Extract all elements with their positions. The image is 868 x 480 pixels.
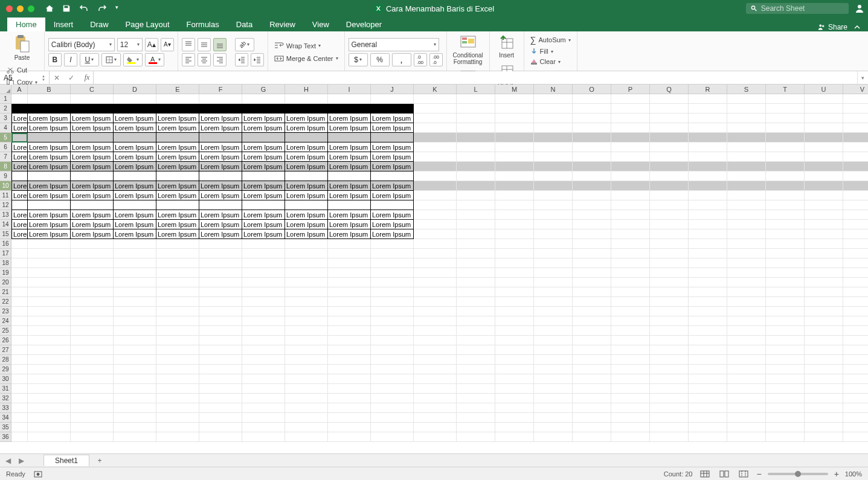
column-header[interactable]: P xyxy=(611,85,650,94)
cell[interactable] xyxy=(495,345,534,355)
cell[interactable]: Lorem Ipsum xyxy=(71,114,114,123)
cell[interactable] xyxy=(766,152,805,162)
cell[interactable] xyxy=(805,142,843,152)
cell[interactable] xyxy=(156,171,199,181)
cell[interactable] xyxy=(156,104,199,114)
column-header[interactable]: G xyxy=(242,85,285,94)
cell[interactable] xyxy=(71,316,114,326)
cell[interactable] xyxy=(534,258,573,268)
zoom-window[interactable] xyxy=(28,5,34,12)
cell[interactable] xyxy=(689,229,727,239)
cell[interactable]: Lorem Ipsum xyxy=(114,220,156,229)
cell[interactable] xyxy=(689,403,727,413)
cell[interactable] xyxy=(371,104,414,114)
row-header[interactable]: 30 xyxy=(0,374,11,384)
cell[interactable] xyxy=(199,239,242,249)
cell[interactable] xyxy=(573,326,611,336)
tab-review[interactable]: Review xyxy=(261,18,304,31)
cell[interactable] xyxy=(727,423,766,432)
cell[interactable] xyxy=(843,162,868,171)
cell[interactable] xyxy=(611,239,650,249)
cell[interactable] xyxy=(843,249,868,258)
cell[interactable] xyxy=(573,210,611,220)
cell[interactable] xyxy=(11,336,28,345)
cell[interactable] xyxy=(650,258,689,268)
cell[interactable] xyxy=(805,104,843,114)
cell[interactable] xyxy=(371,307,414,316)
comma-button[interactable]: , xyxy=(392,53,411,66)
column-header[interactable]: D xyxy=(114,85,156,94)
cell[interactable] xyxy=(727,210,766,220)
cell[interactable] xyxy=(414,345,457,355)
cell[interactable] xyxy=(71,336,114,345)
cell[interactable] xyxy=(156,258,199,268)
cell[interactable] xyxy=(573,133,611,142)
cell[interactable] xyxy=(805,210,843,220)
autosum-button[interactable]: ∑AutoSum▾ xyxy=(528,34,573,46)
cell[interactable] xyxy=(328,249,371,258)
cell[interactable]: Lorem Ipsum xyxy=(199,142,242,152)
cell[interactable] xyxy=(457,336,495,345)
cell[interactable] xyxy=(727,432,766,442)
tab-view[interactable]: View xyxy=(304,18,338,31)
cell[interactable] xyxy=(843,152,868,162)
expand-formula-bar[interactable]: ▾ xyxy=(857,71,868,84)
cell[interactable] xyxy=(843,114,868,123)
cell[interactable] xyxy=(114,200,156,210)
cell[interactable]: Lorem Ipsum xyxy=(285,142,328,152)
cell[interactable]: Lorem Ipsum xyxy=(371,142,414,152)
cell[interactable] xyxy=(328,413,371,423)
row-header[interactable]: 9 xyxy=(0,171,11,181)
cell[interactable]: Lorem Ipsum xyxy=(114,191,156,200)
cell[interactable]: Lorem Ipsum xyxy=(71,152,114,162)
cell[interactable] xyxy=(766,210,805,220)
cell[interactable] xyxy=(457,326,495,336)
cell[interactable] xyxy=(71,239,114,249)
cell[interactable] xyxy=(805,94,843,104)
cell[interactable] xyxy=(285,104,328,114)
cell[interactable] xyxy=(242,403,285,413)
column-header[interactable]: E xyxy=(156,85,199,94)
cell[interactable] xyxy=(328,104,371,114)
cell[interactable]: Lorem Ipsum xyxy=(156,181,199,191)
cell[interactable] xyxy=(114,345,156,355)
cell[interactable]: Lorem Ipsum xyxy=(71,162,114,171)
cell[interactable] xyxy=(28,394,71,403)
cell[interactable] xyxy=(71,307,114,316)
column-header[interactable]: A xyxy=(11,85,28,94)
cell[interactable] xyxy=(199,316,242,326)
cell[interactable] xyxy=(573,171,611,181)
cell[interactable] xyxy=(199,413,242,423)
cell[interactable] xyxy=(534,394,573,403)
cell[interactable] xyxy=(457,114,495,123)
cell[interactable] xyxy=(843,336,868,345)
cell[interactable] xyxy=(805,171,843,181)
cell[interactable] xyxy=(689,220,727,229)
cell[interactable] xyxy=(843,384,868,394)
cell[interactable] xyxy=(495,258,534,268)
cell[interactable] xyxy=(285,374,328,384)
cell[interactable] xyxy=(457,94,495,104)
cell[interactable] xyxy=(573,142,611,152)
cell[interactable] xyxy=(199,374,242,384)
sheet-nav-next[interactable]: ▶ xyxy=(16,455,27,466)
cell[interactable] xyxy=(766,432,805,442)
cell[interactable] xyxy=(495,374,534,384)
cell[interactable] xyxy=(199,403,242,413)
cell[interactable] xyxy=(457,123,495,133)
fx-button[interactable]: fx xyxy=(79,73,93,82)
cell[interactable] xyxy=(242,307,285,316)
bold-button[interactable]: B xyxy=(48,53,62,66)
cell[interactable] xyxy=(285,133,328,142)
cell[interactable] xyxy=(495,162,534,171)
cell[interactable]: Lorem Ipsum xyxy=(242,152,285,162)
cell[interactable] xyxy=(573,374,611,384)
cell[interactable] xyxy=(495,220,534,229)
cell[interactable] xyxy=(805,423,843,432)
cell[interactable] xyxy=(328,307,371,316)
cell[interactable] xyxy=(727,123,766,133)
cell[interactable] xyxy=(11,249,28,258)
cell[interactable] xyxy=(727,278,766,287)
cell[interactable] xyxy=(766,94,805,104)
cell[interactable] xyxy=(199,326,242,336)
